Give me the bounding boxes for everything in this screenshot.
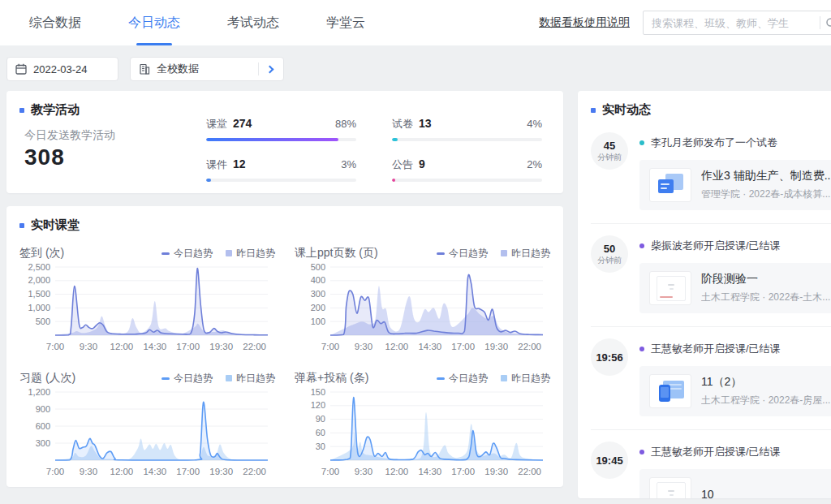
- timeline-item: 50分钟前柴振波老师开启授课/已结课阶段测验一土木工程学院 · 2022春-土木…: [591, 229, 831, 313]
- svg-text:7:00: 7:00: [46, 342, 64, 351]
- event-dot-icon: [639, 347, 644, 351]
- teaching-activity-panel: 教学活动 今日发送教学活动 308 课堂27488%试卷134%课件123%公告…: [6, 91, 563, 193]
- legend-today[interactable]: 今日趋势: [437, 247, 488, 261]
- activity-stat-公告: 公告92%: [392, 157, 542, 182]
- timeline-item: 19:56王慧敏老师开启授课/已结课11（2）土木工程学院 · 2022春-房屋…: [591, 332, 831, 416]
- svg-text:300: 300: [36, 438, 50, 448]
- resource-title: 阶段测验一: [701, 272, 830, 286]
- svg-text:17:00: 17:00: [451, 467, 475, 476]
- doc-line: [661, 187, 667, 189]
- search-icon[interactable]: [820, 17, 831, 29]
- svg-text:7:00: 7:00: [46, 467, 64, 476]
- screen-stripe: [669, 388, 682, 390]
- legend-yesterday[interactable]: 昨日趋势: [226, 247, 275, 261]
- date-picker[interactable]: 2022-03-24: [6, 57, 118, 81]
- timeline-list: 45分钟前李孔月老师发布了一个试卷作业3 辅助生产、制造费...管理学院 · 2…: [578, 118, 831, 498]
- legend-square-marker: [501, 375, 507, 381]
- event-dot-icon: [639, 450, 644, 454]
- svg-text:1,200: 1,200: [28, 387, 50, 397]
- timeline-item: 19:45王慧敏老师开启授课/已结课10: [591, 435, 831, 498]
- svg-text:2,000: 2,000: [28, 275, 50, 285]
- svg-text:14:30: 14:30: [143, 342, 166, 351]
- svg-text:17:00: 17:00: [176, 467, 200, 476]
- svg-text:7:00: 7:00: [321, 342, 339, 351]
- svg-text:17:00: 17:00: [451, 342, 475, 351]
- slide-mark: [670, 494, 674, 496]
- chevron-right-icon: [266, 65, 274, 73]
- activity-stats: 课堂27488%试卷134%课件123%公告92%: [206, 117, 542, 182]
- date-value: 2022-03-24: [33, 63, 88, 75]
- timeline-event-text: 王慧敏老师开启授课/已结课: [639, 445, 831, 459]
- legend-line-marker: [437, 377, 445, 380]
- realtime-feed-title: 实时动态: [578, 91, 831, 118]
- chart-exercises: 习题 (人次)今日趋势昨日趋势3006009001,2007:009:3012:…: [19, 366, 275, 483]
- timeline-resource-card[interactable]: 作业3 辅助生产、制造费...管理学院 · 2022春-成本核算...: [639, 160, 831, 210]
- tablet-icon: [649, 374, 691, 408]
- svg-text:400: 400: [311, 275, 325, 285]
- svg-text:17:00: 17:00: [176, 342, 200, 351]
- chart-legend: 今日趋势昨日趋势: [161, 372, 275, 386]
- tab-exam-activity[interactable]: 考试动态: [227, 0, 279, 45]
- timeline-divider: [591, 429, 831, 430]
- svg-text:1,000: 1,000: [28, 303, 50, 312]
- svg-text:14:30: 14:30: [418, 467, 441, 476]
- legend-yesterday[interactable]: 昨日趋势: [501, 372, 550, 386]
- chart-title: 弹幕+投稿 (条): [295, 371, 368, 386]
- timeline-time-badge: 45分钟前: [591, 132, 628, 170]
- svg-text:200: 200: [311, 303, 325, 312]
- search-input[interactable]: [644, 17, 820, 29]
- legend-yesterday[interactable]: 昨日趋势: [501, 247, 550, 261]
- panel-title-text: 教学活动: [31, 102, 80, 118]
- svg-text:2,500: 2,500: [28, 262, 50, 272]
- slide-mark: [668, 284, 674, 286]
- chart-canvas: 3006009001,2007:009:3012:0014:3017:0019:…: [19, 387, 275, 483]
- legend-today[interactable]: 今日趋势: [161, 372, 213, 386]
- slide-blank-icon: [649, 477, 691, 498]
- svg-text:120: 120: [311, 400, 325, 410]
- charts-grid: 签到 (次)今日趋势昨日趋势5001,0001,5002,0002,5007:0…: [6, 233, 563, 483]
- svg-text:12:00: 12:00: [385, 342, 408, 351]
- svg-text:14:30: 14:30: [143, 467, 166, 476]
- timeline-resource-card[interactable]: 11（2）土木工程学院 · 2022春-房屋...: [639, 366, 831, 416]
- resource-subtitle: 管理学院 · 2022春-成本核算...: [701, 187, 831, 201]
- activity-stat-课堂: 课堂27488%: [206, 117, 356, 141]
- timeline-event-text: 柴振波老师开启授课/已结课: [639, 239, 831, 253]
- chart-canvas: 3060901201507:009:3012:0014:3017:0019:30…: [295, 387, 550, 483]
- legend-today[interactable]: 今日趋势: [161, 247, 213, 261]
- doc-line: [661, 183, 670, 185]
- dashboard-help-link[interactable]: 数据看板使用说明: [539, 15, 630, 30]
- teaching-activity-title: 教学活动: [6, 91, 563, 118]
- timeline-time-badge: 19:45: [591, 442, 628, 479]
- resource-subtitle: 土木工程学院 · 2022春-土木...: [701, 291, 830, 304]
- svg-text:19:30: 19:30: [209, 467, 233, 476]
- svg-text:600: 600: [36, 421, 50, 431]
- svg-text:22:00: 22:00: [518, 467, 541, 476]
- title-bullet: [591, 108, 596, 113]
- svg-text:9:30: 9:30: [80, 467, 97, 476]
- timeline-time-badge: 50分钟前: [591, 235, 628, 273]
- svg-text:60: 60: [316, 428, 325, 437]
- legend-square-marker: [226, 250, 232, 256]
- chart-legend: 今日趋势昨日趋势: [437, 372, 550, 386]
- timeline-resource-card[interactable]: 阶段测验一土木工程学院 · 2022春-土木...: [639, 263, 831, 313]
- scope-value: 全校数据: [157, 62, 199, 76]
- svg-text:12:00: 12:00: [110, 342, 133, 351]
- tab-composite-data[interactable]: 综合数据: [29, 0, 81, 45]
- tab-today-activity[interactable]: 今日动态: [128, 0, 180, 45]
- activity-subtitle: 今日发送教学活动: [24, 128, 115, 143]
- resource-subtitle: 土木工程学院 · 2022春-房屋...: [701, 394, 830, 407]
- timeline-event-text: 王慧敏老师开启授课/已结课: [639, 342, 831, 356]
- svg-text:300: 300: [311, 289, 325, 299]
- panel-title-text: 实时课堂: [31, 218, 80, 233]
- screen-stripe: [669, 384, 682, 386]
- svg-text:500: 500: [36, 317, 50, 326]
- nav-tabs: 综合数据今日动态考试动态学堂云: [29, 0, 365, 45]
- legend-yesterday[interactable]: 昨日趋势: [226, 372, 275, 386]
- tab-xuetang-cloud[interactable]: 学堂云: [326, 0, 365, 45]
- slide-blank-icon: [649, 271, 691, 305]
- activity-stat-试卷: 试卷134%: [392, 117, 542, 141]
- event-dot-icon: [639, 140, 644, 145]
- timeline-resource-card[interactable]: 10: [639, 469, 831, 498]
- legend-today[interactable]: 今日趋势: [437, 372, 488, 386]
- scope-selector[interactable]: 全校数据: [130, 57, 284, 81]
